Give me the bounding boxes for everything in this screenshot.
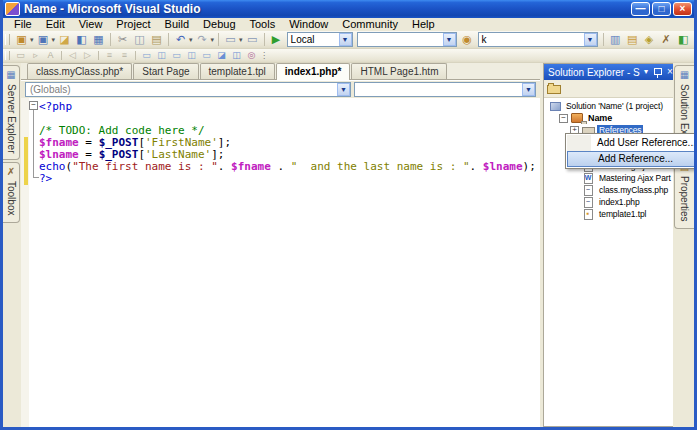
navigate-backward-button[interactable]: ▭▾	[222, 32, 244, 48]
tab-html-page1-htm[interactable]: HTML Page1.htm	[351, 63, 447, 79]
code-text[interactable]: <?php /* TODO: Add code here */$fname = …	[39, 101, 540, 185]
web-search-button[interactable]: ◉	[459, 32, 476, 48]
tab-index1-php[interactable]: index1.php*	[276, 63, 351, 80]
members-dropdown[interactable]: ▼	[354, 82, 536, 97]
open-file-button[interactable]: ◪	[56, 32, 73, 48]
toolbar-overflow-icon[interactable]: ⋮	[260, 51, 267, 60]
select-frame-button[interactable]: ▭	[13, 50, 28, 62]
code-line: echo("The first name is : ". $fname . " …	[39, 161, 540, 173]
cut-button[interactable]: ✂	[114, 32, 131, 48]
find-combo[interactable]: k▼	[478, 32, 598, 47]
start-page-button[interactable]: ◧	[675, 32, 692, 48]
toggle-bookmark-button[interactable]: ▭	[139, 50, 154, 62]
comment-selection-button[interactable]: ◪	[214, 50, 229, 62]
code-token: .	[218, 160, 231, 173]
dropdown-caret-icon: ▾	[30, 36, 34, 44]
tree-item-index1-php[interactable]: ~index1.php	[544, 196, 678, 208]
menu-view[interactable]: View	[72, 18, 110, 31]
new-project-button[interactable]: ▣▾	[13, 32, 35, 48]
menu-help[interactable]: Help	[405, 18, 442, 31]
toolbar-grip[interactable]	[5, 51, 10, 60]
dropdown-caret-icon: ▾	[239, 36, 243, 44]
find-combo-value: k	[479, 34, 584, 45]
restore-button[interactable]: □	[652, 2, 671, 16]
menu-window[interactable]: Window	[282, 18, 335, 31]
toolbox-button[interactable]: ✗	[658, 32, 675, 48]
auto-hide-pin-button[interactable]	[652, 65, 664, 80]
pointer-button[interactable]: ▹	[28, 50, 43, 62]
previous-bookmark-button[interactable]: ◫	[154, 50, 169, 62]
decrease-indent-button[interactable]: ◁	[65, 50, 80, 62]
solution-icon	[548, 100, 562, 112]
previous-bookmark-icon: ◫	[155, 50, 168, 61]
minimize-button[interactable]: —	[631, 2, 650, 16]
tab-template1-tpl[interactable]: template1.tpl	[200, 63, 275, 79]
tree-item-template1-tpl[interactable]: ▪template1.tpl	[544, 208, 678, 220]
solution-configurations-combo[interactable]: Local▼	[287, 32, 353, 47]
tree-indent	[547, 112, 559, 124]
next-bookmark-button[interactable]: ▭	[169, 50, 184, 62]
font-size-button[interactable]: A	[43, 50, 58, 62]
menu-community[interactable]: Community	[335, 18, 405, 31]
navigate-forward-button[interactable]: ▭	[244, 32, 261, 48]
chevron-down-icon[interactable]: ▼	[339, 33, 352, 46]
tree-item-name[interactable]: −Name	[544, 112, 678, 124]
solution-explorer-button[interactable]: ▥	[607, 32, 624, 48]
menu-item-add-reference[interactable]: Add Reference...	[567, 151, 697, 167]
menu-edit[interactable]: Edit	[39, 18, 72, 31]
save-button[interactable]: ◧	[73, 32, 90, 48]
command-window-button[interactable]: ▭	[692, 32, 697, 48]
font-size-icon: A	[44, 50, 57, 61]
dropdown-caret-icon: ▾	[189, 36, 193, 44]
dock-tab-toolbox[interactable]: ✗Toolbox	[3, 162, 20, 222]
menu-file[interactable]: File	[7, 18, 39, 31]
tree-item-solution-name-1-project[interactable]: Solution 'Name' (1 project)	[544, 100, 678, 112]
paste-button[interactable]: ▤	[148, 32, 165, 48]
clear-bookmarks-button[interactable]: ◎	[244, 50, 259, 62]
save-all-button[interactable]: ▦	[90, 32, 107, 48]
undo-button[interactable]: ↶▾	[172, 32, 194, 48]
redo-button[interactable]: ↷▾	[194, 32, 216, 48]
icon-glyph: ▪	[587, 210, 590, 218]
types-dropdown[interactable]: (Globals) ▼	[25, 82, 351, 97]
tree-item-label: template1.tpl	[597, 209, 648, 220]
add-new-item-button[interactable]: ▣▾	[35, 32, 57, 48]
window-position-button[interactable]: ▾	[640, 65, 652, 79]
object-browser-button[interactable]: ◈	[641, 32, 658, 48]
properties-window-button[interactable]: ▤	[624, 32, 641, 48]
tree-item-class-myclass-php[interactable]: ~class.myClass.php	[544, 184, 678, 196]
chevron-down-icon[interactable]: ▼	[522, 83, 535, 96]
tree-expander-expanded[interactable]: −	[559, 114, 568, 123]
properties-folder-icon[interactable]	[547, 85, 561, 94]
solution-platforms-combo[interactable]: ▼	[357, 32, 457, 47]
menu-debug[interactable]: Debug	[196, 18, 242, 31]
collapse-region-toggle[interactable]: −	[29, 101, 38, 110]
menu-tools[interactable]: Tools	[243, 18, 283, 31]
chevron-down-icon[interactable]: ▼	[584, 33, 597, 46]
uncomment-selection-button[interactable]: ◫	[229, 50, 244, 62]
numbered-list-button[interactable]: ≡	[117, 50, 132, 62]
close-button[interactable]: ×	[673, 2, 692, 16]
tab-start-page[interactable]: Start Page	[133, 63, 198, 79]
menu-project[interactable]: Project	[109, 18, 157, 31]
tab-class-myclass-php[interactable]: class.myClass.php*	[27, 63, 132, 79]
chevron-down-icon[interactable]: ▼	[443, 33, 456, 46]
code-editor[interactable]: − <?php /* TODO: Add code here */$fname …	[21, 98, 540, 427]
bullet-list-button[interactable]: ≡	[102, 50, 117, 62]
menu-item-add-user-reference[interactable]: Add User Reference...	[567, 135, 697, 151]
increase-indent-button[interactable]: ▷	[80, 50, 95, 62]
toolbar-grip[interactable]	[5, 34, 10, 46]
dock-tab-label: Toolbox	[6, 181, 17, 215]
start-debugging-button[interactable]: ▶	[268, 32, 285, 48]
menu-build[interactable]: Build	[158, 18, 196, 31]
previous-bookmark-in-folder-button[interactable]: ◫	[184, 50, 199, 62]
dock-tab-server-explorer[interactable]: ▦Server Explorer	[3, 65, 20, 160]
previous-bookmark-in-folder-icon: ◫	[185, 50, 198, 61]
chevron-down-icon[interactable]: ▼	[337, 83, 350, 96]
solution-explorer-titlebar[interactable]: Solution Explorer - Solution '... ▾ ×	[544, 64, 678, 80]
tree-item-label: Mastering Ajax Part II.docx	[597, 173, 678, 184]
next-bookmark-in-folder-button[interactable]: ▭	[199, 50, 214, 62]
solution-explorer-toolbar	[544, 80, 678, 98]
tree-item-mastering-ajax-part-ii-docx[interactable]: WMastering Ajax Part II.docx	[544, 172, 678, 184]
copy-button[interactable]: ◫	[131, 32, 148, 48]
